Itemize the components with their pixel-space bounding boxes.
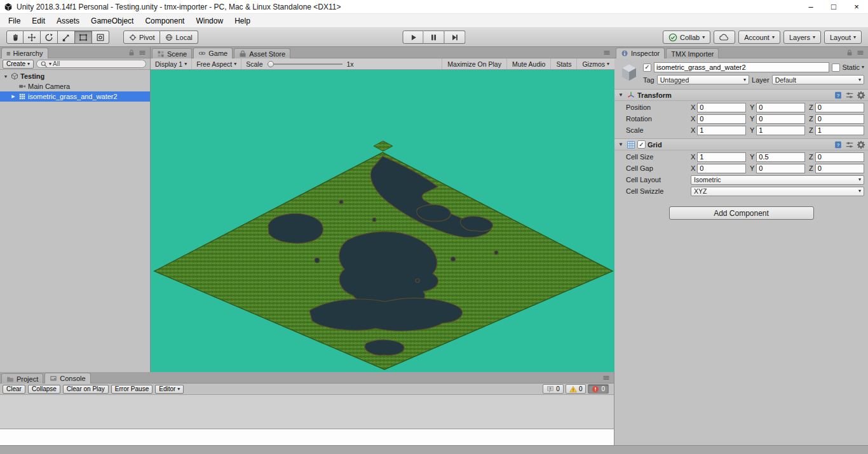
aspect-dropdown[interactable]: Free Aspect▾ <box>192 58 241 69</box>
layers-button[interactable]: Layers▾ <box>783 30 821 44</box>
info-count-badge[interactable]: 0 <box>543 384 564 394</box>
clear-on-play-button[interactable]: Clear on Play <box>63 385 109 394</box>
editor-dropdown-button[interactable]: Editor▾ <box>155 385 184 394</box>
error-pause-button[interactable]: Error Pause <box>111 385 153 394</box>
scale-tool-button[interactable] <box>58 30 75 44</box>
transform-component-header[interactable]: ▼ Transform ? <box>614 89 868 101</box>
menu-gameobject[interactable]: GameObject <box>85 14 139 27</box>
minimize-button[interactable]: – <box>799 0 822 13</box>
account-button[interactable]: Account▾ <box>738 30 780 44</box>
pause-button[interactable] <box>424 30 445 44</box>
static-checkbox[interactable] <box>832 63 840 72</box>
clear-button[interactable]: Clear <box>3 385 25 394</box>
grid-enabled-checkbox[interactable]: ✓ <box>637 140 646 149</box>
active-checkbox[interactable]: ✓ <box>643 63 651 72</box>
position-y-field[interactable] <box>756 103 805 112</box>
scale-y-field[interactable] <box>756 126 805 135</box>
rotation-y-field[interactable] <box>756 114 805 124</box>
tab-asset-store[interactable]: Asset Store <box>234 48 290 58</box>
scale-x-field[interactable] <box>697 126 746 135</box>
grid-component-header[interactable]: ▼ ✓ Grid ? <box>614 138 868 150</box>
maximize-button[interactable]: □ <box>822 0 845 13</box>
lock-icon[interactable] <box>128 49 135 57</box>
layout-button[interactable]: Layout▾ <box>824 30 862 44</box>
pane-menu-icon[interactable] <box>857 49 864 57</box>
scale-z-field[interactable] <box>815 126 864 135</box>
tab-inspector[interactable]: Inspector <box>616 48 665 58</box>
tree-item-main-camera[interactable]: Main Camera <box>0 81 150 91</box>
help-icon[interactable]: ? <box>834 91 843 100</box>
gizmos-dropdown[interactable]: Gizmos▾ <box>576 58 614 69</box>
menu-help[interactable]: Help <box>229 14 256 27</box>
menu-file[interactable]: File <box>3 14 26 27</box>
pane-menu-icon[interactable] <box>602 374 610 382</box>
close-button[interactable]: × <box>845 0 868 13</box>
lock-icon[interactable] <box>846 49 853 57</box>
display-dropdown[interactable]: Display 1▾ <box>151 58 192 69</box>
foldout-closed-icon[interactable]: ▶ <box>10 94 17 99</box>
rotation-z-field[interactable] <box>815 114 864 124</box>
cell-gap-z-field[interactable] <box>815 164 864 173</box>
console-detail-area[interactable] <box>0 429 614 445</box>
foldout-open-icon[interactable]: ▼ <box>617 92 625 98</box>
error-count-badge[interactable]: 0 <box>588 384 609 394</box>
pane-menu-icon[interactable] <box>603 49 611 57</box>
menu-window[interactable]: Window <box>190 14 229 27</box>
tag-dropdown[interactable]: Untagged▾ <box>657 75 749 84</box>
layer-dropdown[interactable]: Default▾ <box>772 75 864 84</box>
cell-gap-y-field[interactable] <box>756 164 805 173</box>
gear-icon[interactable] <box>857 91 865 100</box>
create-button[interactable]: Create▾ <box>3 60 34 69</box>
cell-size-z-field[interactable] <box>815 152 864 162</box>
mute-audio-toggle[interactable]: Mute Audio <box>506 58 551 69</box>
rect-transform-tool-button[interactable] <box>92 30 109 44</box>
collab-button[interactable]: Collab▾ <box>663 30 710 44</box>
preset-icon[interactable] <box>845 91 854 100</box>
pivot-toggle-button[interactable]: Pivot <box>123 30 160 44</box>
scale-slider-thumb[interactable] <box>268 61 274 67</box>
search-input[interactable] <box>53 60 142 67</box>
scene-row[interactable]: ▼ Testing <box>0 71 150 81</box>
tab-project[interactable]: Project <box>1 373 43 384</box>
hand-tool-button[interactable] <box>6 30 24 44</box>
position-z-field[interactable] <box>815 103 864 112</box>
play-button[interactable] <box>403 30 424 44</box>
tree-item-tilemap[interactable]: ▶ isometric_grass_and_water2 <box>0 91 150 102</box>
gameobject-name-field[interactable] <box>654 62 829 72</box>
cell-size-y-field[interactable] <box>756 152 805 162</box>
static-control[interactable]: Static ▾ <box>832 63 864 72</box>
rotation-x-field[interactable] <box>697 114 746 124</box>
cell-layout-dropdown[interactable]: Isometric▾ <box>691 175 864 185</box>
console-log-area[interactable] <box>0 395 614 429</box>
menu-component[interactable]: Component <box>139 14 190 27</box>
hierarchy-search[interactable]: ▾ <box>36 60 146 68</box>
rotate-tool-button[interactable] <box>41 30 58 44</box>
position-x-field[interactable] <box>697 103 746 112</box>
foldout-open-icon[interactable]: ▼ <box>3 74 9 79</box>
add-component-button[interactable]: Add Component <box>669 206 814 220</box>
scale-slider[interactable] <box>268 63 342 65</box>
tab-hierarchy[interactable]: ≡ Hierarchy <box>1 48 48 58</box>
cloud-button[interactable] <box>714 30 735 44</box>
foldout-open-icon[interactable]: ▼ <box>617 142 625 147</box>
preset-icon[interactable] <box>845 140 854 149</box>
stats-toggle[interactable]: Stats <box>550 58 576 69</box>
help-icon[interactable]: ? <box>834 140 843 149</box>
maximize-on-play-toggle[interactable]: Maximize On Play <box>442 58 506 69</box>
cell-size-x-field[interactable] <box>697 152 746 162</box>
search-filter-caret-icon[interactable]: ▾ <box>49 62 51 67</box>
cell-swizzle-dropdown[interactable]: XYZ▾ <box>691 187 864 196</box>
collapse-button[interactable]: Collapse <box>28 385 60 394</box>
cell-gap-x-field[interactable] <box>697 164 746 173</box>
pane-menu-icon[interactable] <box>139 49 146 57</box>
rect-tool-button[interactable] <box>75 30 92 44</box>
tab-scene[interactable]: Scene <box>152 48 192 58</box>
local-toggle-button[interactable]: Local <box>160 30 198 44</box>
move-tool-button[interactable] <box>24 30 41 44</box>
tab-console[interactable]: Console <box>44 373 90 384</box>
tab-game[interactable]: Game <box>193 48 233 58</box>
step-button[interactable] <box>445 30 466 44</box>
warning-count-badge[interactable]: 0 <box>566 384 587 394</box>
menu-assets[interactable]: Assets <box>51 14 85 27</box>
tab-tmx-importer[interactable]: TMX Importer <box>666 48 719 58</box>
